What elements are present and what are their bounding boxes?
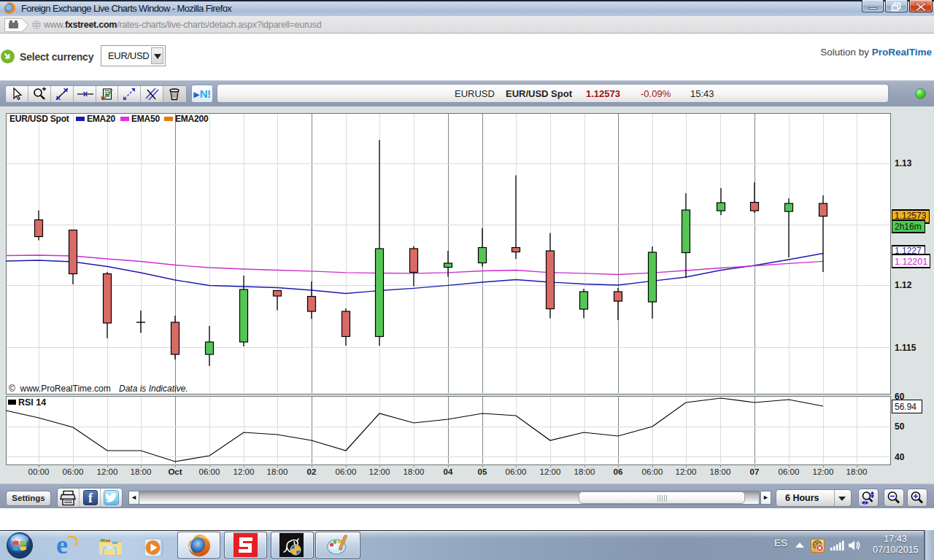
svg-text:06: 06 <box>614 467 623 476</box>
svg-text:Data is Indicative.: Data is Indicative. <box>119 384 188 394</box>
svg-text:1.12573: 1.12573 <box>895 211 927 221</box>
svg-text:2h16m: 2h16m <box>895 222 922 232</box>
svg-text:1.115: 1.115 <box>895 343 916 353</box>
svg-text:12:00: 12:00 <box>97 467 118 476</box>
svg-text:02: 02 <box>307 467 317 476</box>
svg-text:EUR/USD Spot: EUR/USD Spot <box>9 114 69 124</box>
svg-text:12:00: 12:00 <box>369 467 390 476</box>
svg-text:06:00: 06:00 <box>779 467 800 476</box>
svg-text:00:00: 00:00 <box>28 467 50 476</box>
svg-text:e: e <box>56 532 68 559</box>
svg-text:1.12201: 1.12201 <box>895 257 927 267</box>
svg-text:EMA50: EMA50 <box>131 114 161 124</box>
svg-text:40: 40 <box>895 452 905 462</box>
svg-text:1.13: 1.13 <box>895 158 912 168</box>
svg-text:EMA20: EMA20 <box>87 114 116 124</box>
svg-text:18:00: 18:00 <box>846 467 868 476</box>
svg-text:06:00: 06:00 <box>642 467 663 476</box>
svg-text:© www.ProRealTime.com: © www.ProRealTime.com <box>9 384 111 394</box>
svg-text:12:00: 12:00 <box>540 467 561 476</box>
svg-text:07: 07 <box>750 467 760 476</box>
svg-text:50: 50 <box>895 421 905 432</box>
svg-text:18:00: 18:00 <box>710 467 731 476</box>
svg-text:12:00: 12:00 <box>234 467 255 476</box>
svg-text:56.94: 56.94 <box>895 402 916 412</box>
svg-text:18:00: 18:00 <box>131 467 152 476</box>
svg-text:06:00: 06:00 <box>336 467 357 476</box>
svg-text:06:00: 06:00 <box>506 467 527 476</box>
svg-text:18:00: 18:00 <box>404 467 425 476</box>
svg-text:18:00: 18:00 <box>574 467 595 476</box>
svg-text:RSI 14: RSI 14 <box>18 397 46 408</box>
svg-text:12:00: 12:00 <box>676 467 697 476</box>
svg-text:1.12: 1.12 <box>895 280 912 290</box>
svg-text:Oct: Oct <box>168 467 182 476</box>
svg-text:04: 04 <box>444 467 453 476</box>
svg-text:18:00: 18:00 <box>267 467 288 476</box>
svg-text:06:00: 06:00 <box>63 467 84 476</box>
svg-text:06:00: 06:00 <box>199 467 220 476</box>
svg-text:12:00: 12:00 <box>813 467 834 476</box>
svg-text:05: 05 <box>478 467 487 476</box>
svg-text:EMA200: EMA200 <box>175 114 209 124</box>
